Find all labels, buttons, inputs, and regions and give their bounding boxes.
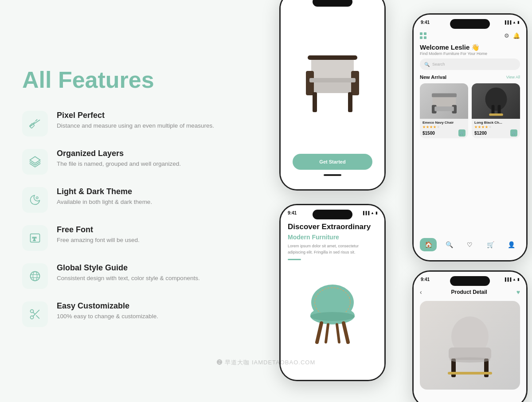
svg-point-48	[450, 357, 490, 363]
pixel-perfect-desc: Distance and measure using an even multi…	[57, 121, 214, 130]
phone-3-headline: Discover Extraordinary	[288, 222, 377, 232]
chair-1-stars	[422, 125, 466, 129]
phone-4-header: ‹ Product Detail ♥	[420, 289, 520, 296]
chair-1-price: $1500	[422, 131, 435, 136]
svg-line-40	[344, 323, 348, 342]
svg-line-3	[35, 120, 37, 121]
chair-card-2-image	[472, 83, 520, 119]
cart-icon: 🛒	[487, 241, 494, 248]
svg-text:T: T	[32, 236, 36, 242]
phone-2-status: 9:41 ▐▐▐ ▲ ▮	[414, 20, 526, 25]
light-dark-desc: Available in both light & dark theme.	[57, 198, 152, 207]
add-to-cart-2[interactable]: 🛒	[510, 129, 517, 137]
svg-point-31	[485, 87, 507, 111]
dot-1	[420, 32, 422, 35]
product-detail-title: Product Detail	[451, 289, 487, 295]
phone-4-screen: ‹ Product Detail ♥	[414, 272, 526, 402]
welcome-subtitle: Find Modern Furniture For Your Home	[420, 51, 520, 56]
nav-search-btn[interactable]: 🔍	[441, 238, 458, 251]
phone-4: 9:41 ▐▐▐ ▲ ▮ ‹ Product Detail ♥	[412, 270, 528, 402]
chair-card-2-info: Long Black Ch... $1200 🛒	[472, 119, 520, 138]
phone-2-header: ⚙ 🔔	[420, 32, 520, 39]
chair-1-name: Emeco Navy Chair	[422, 121, 466, 125]
phone-2-new-arrival: New Arrival View All	[420, 74, 520, 80]
feature-easy-custom: Easy Customizable 100% easy to change & …	[22, 301, 235, 327]
feature-light-dark: Light & Dark Theme Available in both lig…	[22, 187, 235, 213]
svg-marker-5	[30, 156, 40, 163]
star-5	[489, 125, 492, 129]
organized-layers-icon-wrap	[22, 149, 48, 175]
nav-home-btn[interactable]: 🏠	[420, 238, 437, 251]
svg-rect-21	[351, 71, 359, 95]
chair-card-1-image	[420, 83, 468, 119]
chair-2-name: Long Black Ch...	[474, 121, 517, 125]
chair-2-price-row: $1200 🛒	[474, 129, 517, 137]
heart-icon: ♡	[467, 241, 473, 248]
global-style-desc: Consistent design with text, color style…	[57, 274, 200, 283]
view-all-link[interactable]: View All	[506, 75, 520, 79]
easy-custom-text: Easy Customizable 100% easy to change & …	[57, 301, 158, 321]
svg-rect-33	[497, 105, 501, 115]
organized-layers-title: Organized Layers	[57, 149, 181, 158]
wishlist-heart-icon[interactable]: ♥	[516, 289, 520, 296]
all-features-title: All Features	[22, 66, 235, 93]
free-font-text: Free Font Free amazing font will be used…	[57, 225, 140, 245]
layers-icon	[29, 156, 41, 168]
star-1	[422, 125, 426, 129]
search-icon: 🔍	[424, 62, 430, 67]
phone-1-notch	[313, 0, 352, 7]
search-placeholder: Search	[432, 62, 445, 66]
global-style-text: Global Style Guide Consistent design wit…	[57, 263, 200, 283]
scissors-icon	[29, 308, 41, 320]
phone-1: Get Started	[279, 0, 386, 191]
pixel-perfect-icon-wrap	[22, 111, 48, 137]
phone-1-screen: Get Started	[281, 0, 384, 189]
star-3	[430, 125, 433, 129]
star-5	[437, 125, 440, 129]
font-icon: T	[29, 232, 41, 244]
star-3	[481, 125, 485, 129]
phone-1-progress-bar	[324, 174, 341, 176]
star-2	[478, 125, 481, 129]
battery-icon-4: ▮	[517, 277, 519, 281]
phone-2-welcome: Welcome Leslie 👋 Find Modern Furniture F…	[420, 43, 520, 56]
back-button[interactable]: ‹	[420, 289, 422, 296]
get-started-button[interactable]: Get Started	[293, 154, 372, 170]
nav-cart-btn[interactable]: 🛒	[482, 238, 499, 251]
wifi-icon-4: ▲	[512, 277, 516, 281]
chair-1-price-row: $1500 🛒	[422, 129, 466, 137]
home-icon: 🏠	[425, 241, 432, 248]
nav-heart-btn[interactable]: ♡	[462, 238, 478, 251]
phone-3-desc: Lorem ipsum dolor sit amet, consectetur …	[288, 243, 377, 255]
light-dark-icon-wrap	[22, 187, 48, 213]
welcome-title: Welcome Leslie 👋	[420, 43, 520, 51]
feature-pixel-perfect: Pixel Perfect Distance and measure using…	[22, 111, 235, 137]
phone-2-status-icons: ▐▐▐ ▲ ▮	[504, 20, 519, 24]
phone-3-accent-line	[288, 259, 301, 260]
left-panel: All Features Pixel Perfect Distance and …	[0, 0, 257, 402]
filter-icon[interactable]: ⚙	[504, 32, 509, 39]
svg-rect-23	[313, 92, 317, 112]
free-font-desc: Free amazing font will be used.	[57, 236, 140, 245]
phone-4-time: 9:41	[421, 277, 430, 282]
phone-3-time: 9:41	[288, 211, 297, 215]
nav-user-btn[interactable]: 👤	[503, 238, 520, 251]
menu-dots-icon[interactable]	[420, 32, 426, 39]
svg-point-6	[36, 197, 38, 199]
search-nav-icon: 🔍	[446, 241, 453, 248]
free-font-icon-wrap: T	[22, 225, 48, 251]
svg-line-17	[33, 312, 35, 314]
chair-card-2[interactable]: Long Black Ch... $1200 🛒	[472, 83, 520, 138]
bell-icon[interactable]: 🔔	[513, 32, 520, 39]
svg-rect-32	[491, 105, 494, 115]
easy-custom-desc: 100% easy to change & customizable.	[57, 312, 158, 321]
add-to-cart-1[interactable]: 🛒	[458, 129, 466, 137]
star-1	[474, 125, 477, 129]
phone-2-search-bar[interactable]: 🔍 Search	[420, 59, 520, 70]
chair-card-1[interactable]: Emeco Navy Chair $1500 🛒	[420, 83, 468, 138]
easy-custom-icon-wrap	[22, 301, 48, 327]
pixel-perfect-title: Pixel Perfect	[57, 111, 214, 120]
feature-free-font: T Free Font Free amazing font will be us…	[22, 225, 235, 251]
phone-3-sub: Modern Furniture	[288, 234, 377, 241]
chair-2-price: $1200	[474, 131, 487, 136]
